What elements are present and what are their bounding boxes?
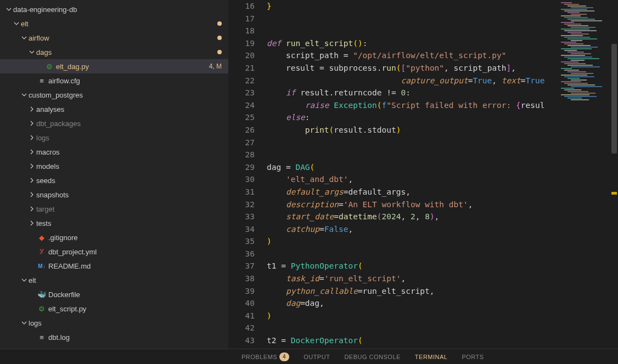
code-line[interactable] [267,149,559,161]
file-item[interactable]: ⚙elt_dag.py4, M [0,59,228,73]
folder-item[interactable]: airflow [0,31,228,45]
line-number: 27 [228,136,255,149]
line-number: 20 [228,49,255,62]
line-number: 26 [228,124,255,136]
line-number: 25 [228,111,255,124]
code-line[interactable]: if result.returncode != 0: [267,87,559,99]
folder-item[interactable]: elt [0,273,228,287]
line-number: 36 [228,248,255,260]
chevron-icon [27,163,36,169]
minimap[interactable] [559,0,610,349]
code-content[interactable]: } def run_elt_script(): script_path = "/… [267,0,559,349]
chevron-icon [27,106,36,112]
folder-item[interactable]: logs [0,130,228,145]
item-label: tests [36,219,228,228]
code-line[interactable]: dag = DAG( [267,161,559,174]
chevron-icon [27,135,36,140]
code-line[interactable]: } [267,0,559,13]
code-line[interactable]: print(result.stdout) [267,124,559,136]
code-line[interactable] [267,13,559,25]
code-line[interactable] [267,136,559,149]
git-icon: ◆ [36,234,47,242]
code-line[interactable]: start_date=datetime(2024, 2, 8), [267,211,559,223]
file-item[interactable]: ⚙elt_script.py [0,302,228,316]
code-line[interactable] [267,322,559,334]
line-number: 19 [228,37,255,50]
folder-item[interactable]: models [0,159,228,173]
code-line[interactable]: def run_elt_script(): [267,37,559,50]
code-editor[interactable]: 1617181920212223242526272829303132333435… [228,0,618,349]
panel-tab-terminal[interactable]: TERMINAL [415,354,448,360]
code-line[interactable]: t1 = PythonOperator( [267,260,559,272]
code-line[interactable]: capture_output=True, text=True [267,75,559,87]
item-label: Dockerfile [48,291,228,299]
code-line[interactable] [267,248,559,260]
item-label: dbt.log [48,333,228,342]
code-line[interactable]: t2 = DockerOperator( [267,334,559,347]
code-line[interactable]: python_callable=run_elt_script, [267,285,559,298]
item-label: elt_script.py [48,305,228,313]
folder-item[interactable]: tests [0,216,228,230]
modified-indicator-icon [217,36,222,40]
file-item[interactable]: ◆.gitignore [0,230,228,244]
file-item[interactable]: 🐳Dockerfile [0,287,228,302]
modified-indicator-icon [217,21,222,26]
code-line[interactable]: dag=dag, [267,297,559,310]
folder-item[interactable]: analyses [0,102,228,116]
code-line[interactable] [267,25,559,37]
code-line[interactable]: result = subprocess.run(["python", scrip… [267,62,559,75]
code-line[interactable]: default_args=default_args, [267,186,559,198]
folder-item[interactable]: macros [0,145,228,159]
code-line[interactable]: 'elt_and_dbt', [267,173,559,186]
panel-tab-debug-console[interactable]: DEBUG CONSOLE [344,354,400,360]
chevron-icon [27,192,36,197]
folder-item[interactable]: source_db_init [0,344,228,349]
item-label: models [36,162,228,170]
item-label: elt [29,276,228,285]
file-item[interactable]: ≡airflow.cfg [0,73,228,88]
file-explorer[interactable]: data-engineering-dbeltairflowdags⚙elt_da… [0,0,228,349]
code-line[interactable]: task_id='dbt_run', [267,347,559,349]
panel-tab-problems[interactable]: PROBLEMS4 [241,352,289,361]
folder-item[interactable]: dags [0,45,228,59]
code-line[interactable]: task_id='run_elt_script', [267,272,559,285]
folder-item[interactable]: data-engineering-db [0,2,228,16]
folder-item[interactable]: seeds [0,173,228,187]
python-icon: ⚙ [44,62,55,71]
code-line[interactable]: ) [267,310,559,322]
scrollbar-thumb[interactable] [611,44,617,153]
line-number: 18 [228,25,255,37]
code-line[interactable]: description='An ELT workflow with dbt', [267,198,559,211]
file-item[interactable]: ≡dbt.log [0,330,228,344]
item-label: airflow [29,34,217,42]
line-number: 24 [228,99,255,112]
line-number: 23 [228,87,255,99]
python-icon: ⚙ [36,305,47,313]
folder-item[interactable]: elt [0,16,228,31]
panel-tab-ports[interactable]: PORTS [462,354,484,360]
line-number: 28 [228,149,255,161]
panel-tab-output[interactable]: OUTPUT [304,354,330,360]
folder-item[interactable]: target [0,202,228,216]
file-item[interactable]: M↓README.md [0,259,228,273]
code-line[interactable]: ) [267,235,559,248]
code-line[interactable]: catchup=False, [267,223,559,236]
item-label: airflow.cfg [48,77,228,85]
item-label: logs [29,319,228,327]
code-line[interactable]: else: [267,111,559,124]
folder-item[interactable]: custom_postgres [0,88,228,102]
code-line[interactable]: raise Exception(f"Script failed with err… [267,99,559,112]
scrollbar[interactable] [610,0,618,349]
folder-item[interactable]: dbt_packages [0,116,228,130]
bottom-panel-tabs: PROBLEMS4OUTPUTDEBUG CONSOLETERMINALPORT… [0,349,618,364]
code-line[interactable]: script_path = "/opt/airflow/elt/elt_scri… [267,49,559,62]
file-icon: ≡ [36,333,47,342]
folder-item[interactable]: logs [0,316,228,330]
line-number: 43 [228,334,255,347]
line-number: 16 [228,0,255,13]
folder-item[interactable]: snapshots [0,187,228,202]
file-item[interactable]: Уdbt_project.yml [0,244,228,259]
item-label: dbt_packages [36,120,228,128]
file-icon: ≡ [36,77,47,85]
modified-indicator-icon [217,50,222,54]
